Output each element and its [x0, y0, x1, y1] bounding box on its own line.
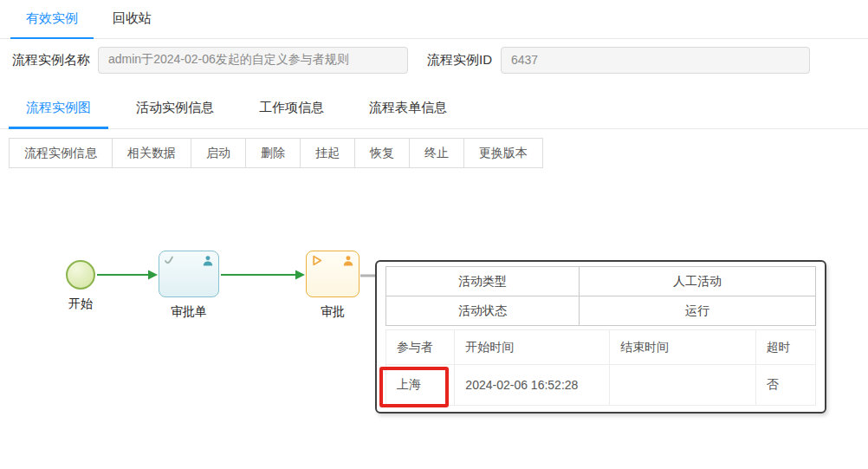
activity-info-table: 活动类型 人工活动 活动状态 运行	[385, 266, 816, 326]
change-version-button[interactable]: 更换版本	[463, 138, 543, 168]
instance-id-input[interactable]	[501, 47, 810, 74]
timeout-header: 超时	[755, 330, 815, 365]
instance-form-row: 流程实例名称 流程实例ID	[0, 39, 868, 81]
instance-name-label: 流程实例名称	[12, 52, 90, 68]
task-node2-label: 审批	[306, 304, 360, 320]
table-header-row: 参与者 开始时间 结束时间 超时	[386, 330, 816, 365]
participant-header: 参与者	[386, 330, 455, 365]
start-node-label: 开始	[55, 296, 107, 312]
activity-type-value: 人工活动	[580, 267, 816, 296]
task-node1-label: 审批单	[159, 304, 219, 320]
instance-name-input[interactable]	[98, 47, 408, 74]
activity-status-label: 活动状态	[386, 296, 580, 326]
end-time-cell	[609, 365, 755, 406]
process-diagram-canvas: 开始 审批单 审批 活动类型 人工活动 活动状态	[0, 191, 868, 469]
task-node-shenpidan[interactable]	[159, 251, 219, 297]
end-time-header: 结束时间	[609, 330, 755, 365]
resume-button[interactable]: 恢复	[354, 138, 410, 168]
table-row: 活动类型 人工活动	[386, 267, 816, 296]
tab-activity-info[interactable]: 活动实例信息	[119, 89, 231, 129]
user-icon	[342, 255, 354, 266]
activity-type-label: 活动类型	[386, 267, 580, 296]
tab-process-diagram[interactable]: 流程实例图	[9, 89, 108, 129]
terminate-button[interactable]: 终止	[409, 138, 464, 168]
activity-status-value: 运行	[580, 296, 816, 326]
participant-cell: 上海	[386, 365, 455, 406]
tab-recycle-bin[interactable]: 回收站	[97, 0, 167, 39]
suspend-button[interactable]: 挂起	[300, 138, 355, 168]
page-tabs: 有效实例 回收站	[0, 0, 868, 39]
start-time-cell: 2024-02-06 16:52:28	[455, 365, 610, 406]
related-data-button[interactable]: 相关数据	[112, 138, 191, 168]
delete-button[interactable]: 删除	[245, 138, 301, 168]
toolbar: 流程实例信息 相关数据 启动 删除 挂起 恢复 终止 更换版本	[0, 129, 868, 168]
timeout-cell: 否	[755, 365, 815, 406]
play-icon	[311, 255, 323, 266]
user-icon	[202, 255, 214, 266]
instance-info-button[interactable]: 流程实例信息	[9, 138, 113, 168]
start-event-node[interactable]	[66, 260, 95, 290]
table-row: 活动状态 运行	[386, 296, 816, 326]
start-button[interactable]: 启动	[191, 138, 246, 168]
check-icon	[164, 255, 176, 266]
participant-table: 参与者 开始时间 结束时间 超时 上海 2024-02-06 16:52:28 …	[385, 329, 816, 406]
detail-tabs: 流程实例图 活动实例信息 工作项信息 流程表单信息	[0, 89, 868, 129]
table-row: 上海 2024-02-06 16:52:28 否	[386, 365, 816, 406]
activity-detail-popup: 活动类型 人工活动 活动状态 运行 参与者 开始时间 结束时间 超时	[375, 260, 826, 414]
tab-workitem-info[interactable]: 工作项信息	[242, 89, 341, 129]
tab-form-info[interactable]: 流程表单信息	[352, 89, 464, 129]
start-time-header: 开始时间	[455, 330, 610, 365]
tab-valid-instances[interactable]: 有效实例	[10, 0, 94, 39]
instance-id-label: 流程实例ID	[427, 52, 492, 68]
task-node-shenpi[interactable]	[306, 251, 360, 297]
